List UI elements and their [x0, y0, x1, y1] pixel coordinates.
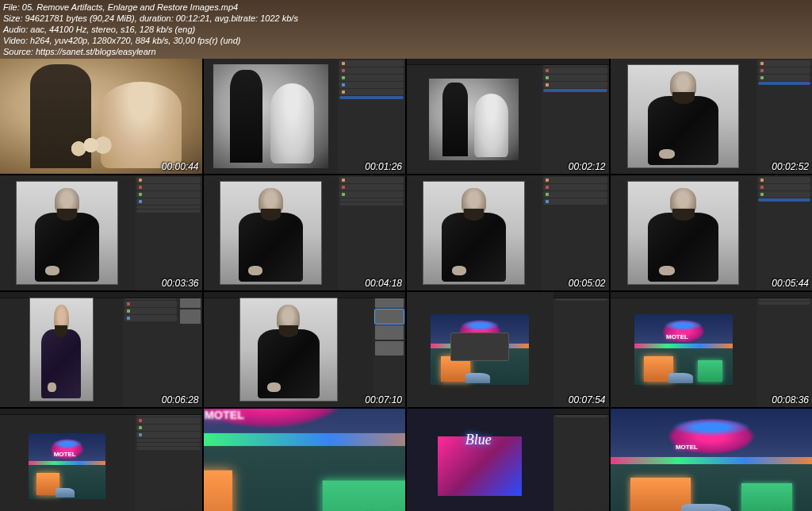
photoshop-ui: [204, 59, 406, 174]
timestamp: 00:07:54: [569, 394, 606, 405]
thumbnail-9[interactable]: 00:06:28: [0, 292, 202, 407]
source-line: Source: https://sanet.st/blogs/easylearn: [3, 46, 809, 57]
motel-neon-photo: [204, 409, 406, 511]
file-label: File:: [3, 2, 20, 12]
size-mib: (90,24 MiB): [90, 13, 135, 23]
timestamp: 00:04:18: [365, 278, 402, 289]
duration-value: 00:12:21: [176, 13, 210, 23]
sepia-wedding-photo: [0, 59, 202, 174]
thumbnail-5[interactable]: 00:03:36: [0, 175, 202, 290]
thumbnail-8[interactable]: 00:05:44: [611, 175, 813, 290]
thumbnail-2[interactable]: 00:01:26: [204, 59, 406, 174]
thumbnail-3[interactable]: 00:02:12: [407, 59, 609, 174]
motel-neon-photo: [611, 409, 813, 511]
audio-label: Audio:: [3, 25, 28, 34]
timestamp: 00:02:12: [569, 161, 606, 172]
thumbnail-1[interactable]: 00:00:44: [0, 59, 202, 174]
file-line: File: 05. Remove Artifacts, Enlarge and …: [3, 2, 809, 13]
thumbnail-10[interactable]: 00:07:10: [204, 292, 406, 407]
video-label: Video:: [3, 36, 28, 45]
thumbnail-grid: 00:00:44 00:01:26: [0, 59, 812, 511]
thumbnail-11[interactable]: 00:07:54: [407, 292, 609, 407]
thumbnail-15[interactable]: 00:10:46: [407, 409, 609, 511]
source-label: Source:: [3, 47, 33, 56]
timestamp: 00:08:36: [772, 394, 809, 405]
timestamp: 00:02:52: [772, 161, 809, 172]
dialog-box: [450, 332, 509, 361]
audio-value: aac, 44100 Hz, stereo, s16, 128 kb/s (en…: [30, 25, 195, 34]
timestamp: 00:05:02: [569, 278, 606, 289]
media-info-header: File: 05. Remove Artifacts, Enlarge and …: [0, 0, 812, 59]
bitrate-label: avg.bitrate:: [215, 13, 258, 23]
photoshop-ui: [407, 59, 609, 174]
timestamp: 00:06:28: [162, 394, 199, 405]
ps-panel-stack: [338, 59, 405, 174]
thumbnail-4[interactable]: 00:02:52: [611, 59, 813, 174]
file-name: 05. Remove Artifacts, Enlarge and Restor…: [22, 2, 238, 12]
thumbnail-16[interactable]: 00:11:29: [611, 409, 813, 511]
video-value: h264, yuv420p, 1280x720, 884 kb/s, 30,00…: [30, 36, 240, 45]
source-value: https://sanet.st/blogs/easylearn: [36, 47, 156, 56]
thumbnail-13[interactable]: 00:09:20: [0, 409, 202, 511]
thumbnail-7[interactable]: 00:05:02: [407, 175, 609, 290]
duration-label: duration:: [140, 13, 174, 23]
size-line: Size: 94621781 bytes (90,24 MiB), durati…: [3, 13, 809, 24]
bitrate-value: 1022 kb/s: [260, 13, 298, 23]
thumbnail-6[interactable]: 00:04:18: [204, 175, 406, 290]
size-bytes: 94621781 bytes: [25, 13, 87, 23]
audio-line: Audio: aac, 44100 Hz, stereo, s16, 128 k…: [3, 24, 809, 35]
thumbnail-12[interactable]: 00:08:36: [611, 292, 813, 407]
timestamp: 00:03:36: [162, 278, 199, 289]
timestamp: 00:01:26: [365, 161, 402, 172]
timestamp: 00:05:44: [772, 278, 809, 289]
timestamp: 00:00:44: [162, 161, 199, 172]
timestamp: 00:07:10: [365, 394, 402, 405]
thumbnail-14[interactable]: 00:10:02: [204, 409, 406, 511]
size-label: Size:: [3, 13, 22, 23]
video-line: Video: h264, yuv420p, 1280x720, 884 kb/s…: [3, 35, 809, 46]
